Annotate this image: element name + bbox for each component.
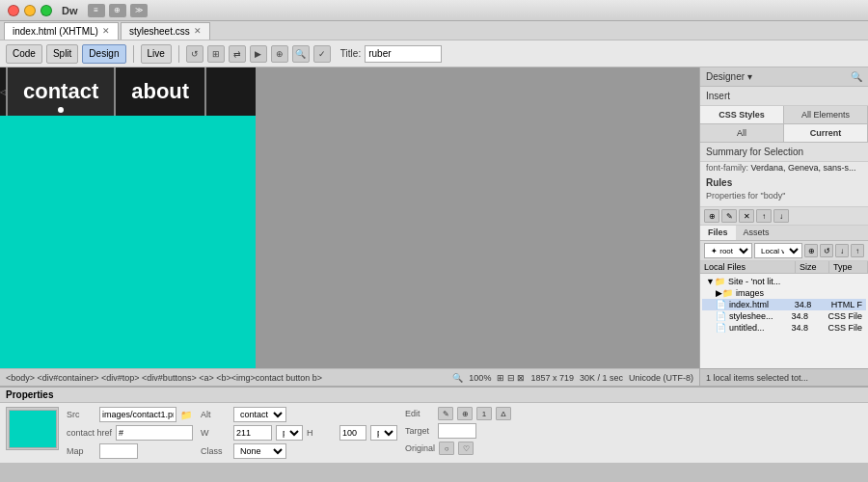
edit-btn-4[interactable]: Δ — [496, 407, 511, 420]
tab-css-styles[interactable]: CSS Styles — [700, 106, 784, 123]
separator1 — [133, 45, 134, 63]
w-unit[interactable]: px — [276, 425, 303, 441]
target-label: Target — [405, 426, 434, 436]
tool-btn-5[interactable]: ↓ — [773, 209, 789, 223]
index-filename: index.html — [729, 300, 792, 309]
tool-btn-1[interactable]: ⊕ — [704, 209, 719, 223]
files-row-untitled[interactable]: 📄 untitled... 34.8 CSS File — [702, 322, 866, 334]
files-row-stylesheet[interactable]: 📄 styleshee... 34.8 CSS File — [702, 310, 866, 322]
browse-icon[interactable]: 📁 — [180, 410, 192, 420]
alt-select[interactable]: contact button — [233, 407, 286, 422]
minimize-button[interactable] — [24, 5, 36, 16]
local-items-status: 1 local items selected tot... — [706, 373, 808, 383]
icon1[interactable]: ≡ — [88, 4, 105, 17]
get-btn[interactable]: ↓ — [835, 244, 849, 257]
tab-close-2[interactable]: ✕ — [194, 26, 202, 36]
props-row-w: W px H px — [201, 425, 397, 441]
tab-all-elements[interactable]: All Elements — [784, 106, 868, 123]
props-col-2: Alt contact button W px H px Class — [201, 407, 397, 459]
tab-assets[interactable]: Assets — [736, 226, 777, 240]
browser-icon[interactable]: ⊕ — [271, 45, 288, 63]
target-input[interactable] — [438, 423, 476, 439]
view-icon[interactable]: ⊞ — [207, 45, 225, 63]
search-icon[interactable]: 🔍 — [851, 71, 862, 82]
status-bar: <body> <div#container> <div#top> <div#bu… — [0, 368, 699, 386]
files-row-images[interactable]: ▶📁 images — [702, 287, 866, 299]
sidebar-header: Designer ▾ 🔍 — [700, 67, 868, 87]
stylesheet-filename: styleshee... — [729, 311, 788, 321]
edit-btn-3[interactable]: 1 — [476, 407, 492, 420]
refresh-icon[interactable]: ↺ — [186, 45, 203, 63]
tool-btn-2[interactable]: ✎ — [721, 209, 737, 223]
original-btn[interactable]: ○ — [439, 442, 454, 455]
nav-strip: ◁ — [0, 67, 8, 116]
files-panel: Files Assets ✦ root Local view ⊕ ↺ ↓ — [700, 226, 868, 368]
tab-files[interactable]: Files — [700, 226, 736, 240]
validate-icon[interactable]: ✓ — [313, 45, 331, 63]
sidebar-bottom-status: 1 local items selected tot... — [700, 368, 868, 386]
files-tab-label: Files — [708, 228, 728, 237]
files-row-index[interactable]: 📄 index.html 34.8 HTML F — [702, 299, 866, 310]
tab-stylesheet[interactable]: stylesheet.css ✕ — [121, 22, 210, 40]
live-button[interactable]: Live — [141, 44, 172, 64]
tab-close-1[interactable]: ✕ — [102, 26, 110, 36]
src-input[interactable] — [99, 407, 176, 422]
design-button[interactable]: Design — [82, 44, 125, 64]
untitled-type: CSS File — [827, 323, 862, 333]
preview-icon[interactable]: ▶ — [250, 45, 267, 63]
edit-btn-2[interactable]: ⊕ — [457, 407, 473, 420]
tool-btn-4[interactable]: ↑ — [756, 209, 772, 223]
link-input[interactable] — [116, 425, 193, 441]
zoom-icon[interactable]: 🔍 — [452, 373, 463, 383]
title-input[interactable] — [365, 45, 442, 63]
debug-icon[interactable]: 🔍 — [292, 45, 310, 63]
status-bar-right: 🔍 100% ⊞ ⊟ ⊠ 1857 x 719 30K / 1 sec Unic… — [452, 373, 693, 383]
summary-section: Summary for Selection — [700, 143, 868, 162]
original-heart-btn[interactable]: ♡ — [458, 442, 474, 455]
folder-icon: ▼📁 — [706, 277, 725, 286]
folder-images-icon: ▶📁 — [716, 288, 733, 298]
font-family-value: font-family: Verdana, Geneva, sans-s... — [700, 162, 868, 174]
props-title: Properties — [6, 389, 53, 400]
tab-current[interactable]: Current — [784, 124, 868, 142]
tag-path: <body> <div#container> <div#top> <div#bu… — [6, 373, 448, 383]
close-button[interactable] — [8, 5, 19, 16]
rules-properties: Properties for "body" — [706, 191, 862, 201]
maximize-button[interactable] — [41, 5, 52, 16]
h-input[interactable] — [339, 425, 366, 441]
w-input[interactable] — [233, 425, 272, 441]
files-column-headers: Local Files Size Type — [700, 261, 868, 274]
untitled-filename: untitled... — [729, 323, 788, 333]
nav-item-about[interactable]: about — [116, 67, 206, 116]
icon2[interactable]: ⊕ — [109, 4, 126, 17]
view-dropdown[interactable]: Local view — [754, 243, 802, 258]
map-input[interactable] — [99, 443, 138, 459]
put-btn[interactable]: ↑ — [851, 244, 864, 257]
files-row-site[interactable]: ▼📁 Site - 'not lit... — [702, 276, 866, 287]
icon3[interactable]: ≫ — [130, 4, 148, 17]
props-row-src: Src 📁 — [67, 407, 193, 422]
css-tabs: CSS Styles All Elements — [700, 106, 868, 124]
font-family-text: Verdana, Geneva, sans-s... — [751, 163, 856, 173]
files-tabs: Files Assets — [700, 226, 868, 241]
site-dropdown[interactable]: ✦ root — [704, 243, 752, 258]
nav-item-contact[interactable]: contact — [8, 67, 116, 116]
insert-label: Insert — [706, 91, 730, 101]
tab-index-html[interactable]: index.html (XHTML) ✕ — [4, 22, 119, 40]
class-select[interactable]: None — [233, 443, 286, 459]
split-button[interactable]: Split — [46, 44, 78, 64]
edit-btn-1[interactable]: ✎ — [438, 407, 453, 420]
tool-btn-3[interactable]: ✕ — [739, 209, 754, 223]
file-html-icon: 📄 — [716, 300, 726, 309]
index-type: HTML F — [831, 300, 862, 309]
h-unit[interactable]: px — [370, 425, 397, 441]
code-button[interactable]: Code — [6, 44, 42, 64]
site-label: Site - 'not lit... — [728, 277, 780, 286]
connect-btn[interactable]: ⊕ — [804, 244, 818, 257]
sync-icon[interactable]: ⇄ — [229, 45, 246, 63]
src-label: Src — [67, 410, 95, 419]
tab-all[interactable]: All — [700, 124, 784, 142]
images-label: images — [736, 288, 764, 298]
refresh-btn[interactable]: ↺ — [820, 244, 833, 257]
properties-panel: Properties Src 📁 contact href — [0, 386, 868, 463]
